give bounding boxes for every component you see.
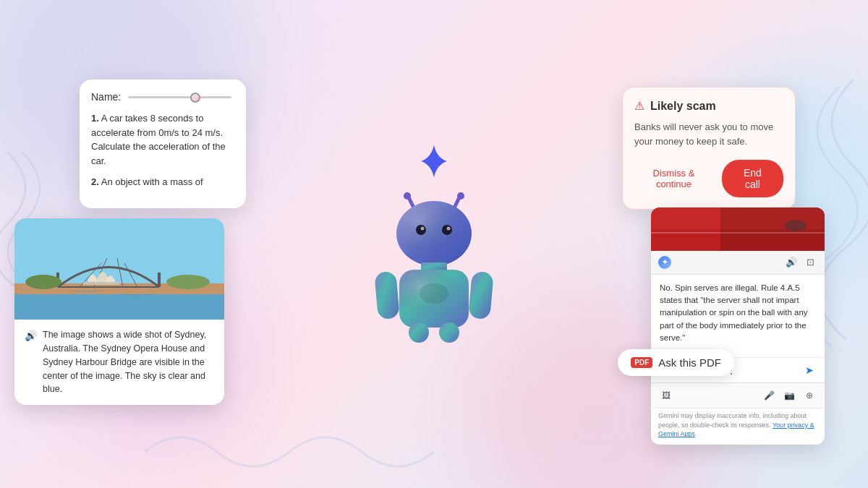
svg-point-7 — [442, 225, 452, 235]
browser-disclaimer: Gemini may display inaccurate info, incl… — [651, 408, 825, 445]
browser-gemini-card: ✦ 🔊 ⊡ No. Spin serves are illegal. Rule … — [651, 207, 825, 445]
mic-input-icon[interactable]: 🎤 — [761, 388, 777, 403]
warning-triangle-icon: ⚠ — [634, 99, 644, 113]
sydney-image-card: 🔊 The image shows a wide shot of Sydney,… — [14, 218, 224, 405]
volume-icon[interactable]: 🔊 — [784, 255, 799, 270]
gemini-star-icon — [416, 143, 452, 179]
svg-rect-14 — [468, 270, 494, 319]
quiz-name-row: Name: — [91, 91, 234, 103]
svg-rect-15 — [409, 322, 429, 343]
browser-top-image — [651, 207, 825, 251]
pdf-label: PDF — [631, 357, 652, 368]
name-label: Name: — [91, 91, 121, 103]
browser-input-bar: 🖼 🎤 📷 ⊕ — [651, 382, 825, 408]
svg-rect-13 — [374, 270, 400, 319]
dismiss-button[interactable]: Dismiss & continue — [634, 165, 713, 192]
sydney-photo — [14, 218, 224, 320]
question-2-number: 2. — [91, 176, 99, 187]
ask-pdf-button[interactable]: PDF Ask this PDF — [618, 349, 734, 376]
ask-pdf-label: Ask this PDF — [658, 356, 721, 369]
svg-point-6 — [416, 225, 426, 235]
svg-point-5 — [396, 201, 472, 266]
scam-actions-row: Dismiss & continue End call — [634, 160, 783, 197]
end-call-button[interactable]: End call — [722, 160, 783, 197]
sydney-scene-svg — [14, 218, 224, 320]
image-icon[interactable]: 🖼 — [658, 388, 674, 403]
squiggle-bottom-decoration — [145, 416, 434, 488]
svg-point-8 — [421, 226, 425, 230]
browser-answer-text: No. Spin serves are illegal. Rule 4.A.5 … — [660, 282, 816, 344]
svg-point-29 — [25, 275, 61, 289]
quiz-card: Name: 1. A car takes 8 seconds to accele… — [80, 80, 246, 208]
svg-point-9 — [447, 226, 451, 230]
sydney-caption-bar: 🔊 The image shows a wide shot of Sydney,… — [14, 320, 224, 405]
scam-header: ⚠ Likely scam — [634, 99, 783, 113]
send-icon[interactable]: ➤ — [801, 362, 817, 378]
scam-title: Likely scam — [650, 100, 716, 113]
external-link-icon[interactable]: ⊡ — [803, 255, 817, 270]
browser-image-detail — [720, 207, 825, 251]
svg-point-17 — [420, 283, 448, 304]
input-icons-group: 🎤 📷 ⊕ — [761, 388, 817, 403]
svg-point-3 — [457, 192, 464, 200]
scam-body-text: Banks will never ask you to move your mo… — [634, 120, 783, 148]
svg-point-1 — [404, 192, 411, 200]
svg-rect-16 — [439, 322, 459, 343]
android-mascot-container — [354, 143, 514, 346]
question-1-text: A car takes 8 seconds to accelerate from… — [91, 113, 226, 166]
scam-warning-card: ⚠ Likely scam Banks will never ask you t… — [622, 87, 796, 210]
sydney-caption-text: The image shows a wide shot of Sydney, A… — [43, 328, 214, 396]
android-robot-icon — [362, 187, 506, 346]
quiz-question-2: 2. An object with a mass of — [91, 175, 234, 189]
camera-input-icon[interactable]: 📷 — [781, 388, 797, 403]
gemini-toolbar-icon: ✦ — [658, 256, 671, 269]
name-input-dot — [190, 93, 200, 103]
expand-icon[interactable]: ⊕ — [801, 388, 817, 403]
svg-rect-28 — [83, 282, 119, 285]
question-2-text: An object with a mass of — [101, 176, 203, 187]
toolbar-icons-group: 🔊 ⊡ — [784, 255, 817, 270]
svg-point-30 — [166, 275, 210, 289]
browser-toolbar: ✦ 🔊 ⊡ — [651, 251, 825, 275]
browser-content-area: No. Spin serves are illegal. Rule 4.A.5 … — [651, 275, 825, 357]
speaker-icon: 🔊 — [25, 330, 37, 341]
name-input-line — [128, 96, 231, 98]
quiz-question-1: 1. A car takes 8 seconds to accelerate f… — [91, 111, 234, 168]
question-1-number: 1. — [91, 113, 99, 124]
